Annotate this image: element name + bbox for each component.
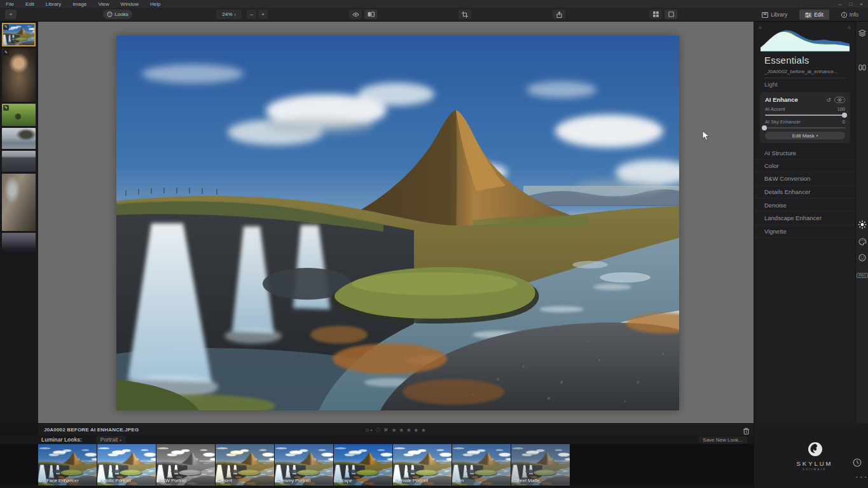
look-label: Female Portrait [396, 478, 428, 484]
image-info-bar: J0A0002 BEFORE AI ENHANCE.JPEG ○ ▾ ♡ ✕ ★… [38, 423, 754, 435]
ai-sky-enhancer-slider[interactable] [765, 127, 845, 129]
look-label: Street Matte [514, 478, 540, 484]
filmstrip-thumb-field-figure[interactable]: ✎ [2, 104, 36, 126]
filmstrip-thumb-bathroom-interior[interactable] [2, 174, 36, 231]
section-landscape-enhancer[interactable]: Landscape Enhancer [754, 212, 856, 225]
star-1[interactable]: ★ [392, 427, 397, 433]
section-bw-conversion[interactable]: B&W Conversion [754, 172, 856, 186]
look-dreamy-portrait[interactable]: Dreamy Portrait [275, 444, 333, 485]
layers-icon[interactable] [856, 28, 868, 39]
look-escape[interactable]: Escape [334, 444, 392, 485]
histogram[interactable] [761, 25, 850, 52]
maximize-button[interactable]: □ [849, 1, 852, 7]
single-image-icon [668, 11, 674, 17]
compare-button[interactable] [364, 10, 377, 19]
look-female-portrait[interactable]: Female Portrait [393, 444, 451, 485]
star-5[interactable]: ★ [421, 427, 427, 433]
library-icon [762, 12, 768, 18]
filmstrip-thumb-landscape-selected[interactable]: ✎ [2, 23, 36, 46]
add-image-button[interactable]: + [5, 10, 17, 19]
portrait-filters-icon[interactable] [856, 253, 868, 264]
zoom-level-dropdown[interactable]: 24% ▾ [216, 10, 242, 19]
ai-accent-slider-knob[interactable] [842, 113, 847, 118]
reject-button[interactable]: ✕ [383, 427, 389, 433]
menu-library[interactable]: Library [40, 1, 67, 7]
tab-info[interactable]: Info [836, 10, 864, 20]
section-vignette[interactable]: Vignette [754, 225, 856, 239]
edit-mask-button[interactable]: Edit Mask ▾ [765, 132, 845, 139]
look-artistic-portrait[interactable]: Artistic Portrait [97, 444, 156, 485]
menu-window[interactable]: Window [115, 1, 144, 7]
color-label-button[interactable]: ○ ▾ [366, 427, 372, 433]
more-dots[interactable]: • • • [856, 474, 867, 480]
menu-file[interactable]: File [0, 1, 20, 7]
ai-accent-value: 100 [837, 106, 845, 112]
ai-sky-enhancer-label: AI Sky Enhancer [765, 119, 801, 125]
before-after-split-icon[interactable] [856, 62, 868, 74]
looks-button[interactable]: Looks [103, 10, 132, 19]
export-button[interactable] [553, 10, 565, 19]
pro-filters-badge[interactable]: PRO [856, 268, 868, 279]
favorite-button[interactable]: ♡ [375, 427, 380, 433]
menu-image[interactable]: Image [67, 1, 92, 7]
eye-icon [352, 12, 359, 17]
ai-sky-enhancer-slider-knob[interactable] [762, 125, 767, 130]
look-bw-portrait[interactable]: B&W Portrait [156, 444, 215, 485]
look-desert[interactable]: Desert [216, 444, 274, 485]
section-light[interactable]: Light [764, 81, 778, 88]
chevron-down-icon: ▾ [234, 13, 236, 17]
reset-filter-icon[interactable]: ↺ [826, 97, 831, 103]
star-2[interactable]: ★ [399, 427, 404, 433]
zoom-in-button[interactable]: + [258, 10, 268, 19]
chevron-down-icon: ▾ [370, 428, 372, 432]
history-clock-icon[interactable] [853, 458, 862, 470]
luminar-looks-bar: Luminar Looks: Portrait ▴ Save New Look.… [0, 435, 754, 444]
skylum-logo-icon [807, 441, 823, 460]
section-ai-structure[interactable]: AI Structure [754, 146, 856, 160]
section-denoise[interactable]: Denoise [754, 199, 856, 212]
tab-library[interactable]: Library [756, 10, 793, 20]
star-4[interactable]: ★ [413, 427, 419, 433]
crop-button[interactable] [458, 10, 471, 19]
menu-bar: File Edit Library Image View Window Help… [0, 0, 868, 8]
shadow-clipping-icon[interactable]: △ [759, 24, 762, 29]
minimize-button[interactable]: – [839, 1, 841, 7]
essentials-filters-icon[interactable] [856, 220, 868, 232]
gallery-view-button[interactable] [649, 10, 662, 19]
section-details-enhancer[interactable]: Details Enhancer [754, 186, 856, 199]
menu-help[interactable]: Help [144, 1, 166, 7]
look-film[interactable]: Film [452, 444, 511, 485]
filmstrip-thumb-hooded-portrait[interactable]: ✎ [2, 48, 36, 102]
filmstrip: ✎ ✎ ✎ [0, 22, 38, 423]
canvas-area[interactable] [38, 22, 754, 423]
creative-filters-icon[interactable] [856, 237, 868, 248]
filmstrip-thumb-beach-rocks[interactable] [2, 128, 36, 149]
looks-strip: AI Face Enhancer Artistic Portrait B&W P… [0, 444, 754, 485]
main-photo[interactable] [116, 36, 679, 410]
zoom-out-button[interactable]: – [247, 10, 256, 19]
ai-accent-slider[interactable] [765, 115, 845, 116]
save-new-look-button[interactable]: Save New Look... [698, 436, 747, 443]
star-3[interactable]: ★ [406, 427, 412, 433]
looks-category-dropdown[interactable]: Portrait ▴ [96, 436, 126, 443]
quick-preview-button[interactable] [349, 10, 362, 19]
looks-label: Looks [114, 11, 128, 17]
filmstrip-thumb-dark-coast[interactable] [2, 151, 36, 172]
tab-edit[interactable]: Edit [799, 10, 829, 20]
menu-view[interactable]: View [92, 1, 114, 7]
menu-edit[interactable]: Edit [20, 1, 40, 7]
filter-visibility-toggle[interactable] [834, 97, 845, 103]
sliders-icon [805, 12, 811, 18]
tab-info-label: Info [850, 11, 858, 18]
highlight-clipping-icon[interactable]: △ [848, 24, 851, 29]
close-button[interactable]: × [860, 1, 863, 7]
edited-filename: _J0A0002_before_ai_enhance... [764, 69, 846, 78]
edit-panel: △ △ Essentials _J0A0002_before_ai_enhanc… [754, 22, 855, 423]
look-street-matte[interactable]: Street Matte [511, 444, 570, 485]
filmstrip-thumb-night-landscape[interactable] [2, 233, 36, 254]
section-color[interactable]: Color [754, 160, 856, 173]
crop-icon [462, 11, 468, 18]
look-ai-face-enhancer[interactable]: AI Face Enhancer [38, 444, 97, 485]
skylum-wordmark: SKYLUM [786, 460, 843, 467]
single-view-button[interactable] [665, 10, 677, 19]
